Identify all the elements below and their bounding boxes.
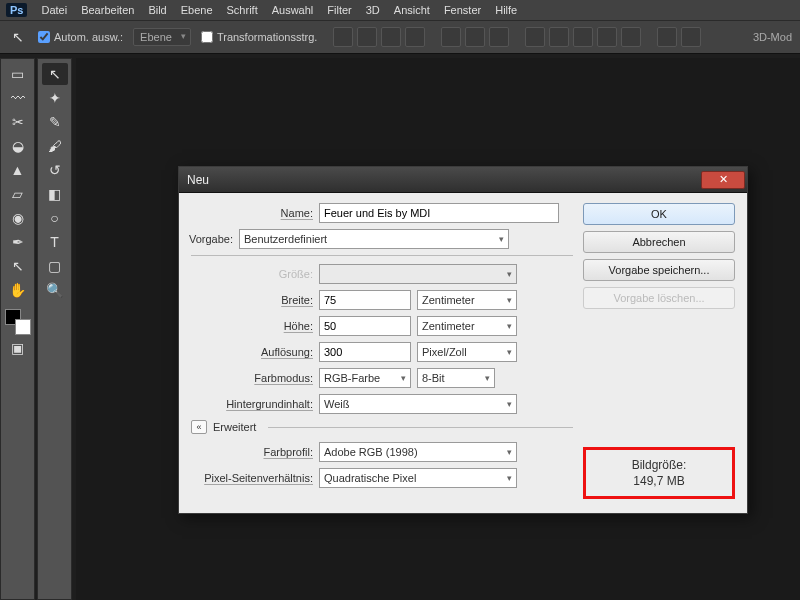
app-logo: Ps xyxy=(6,3,27,17)
distribute-icon[interactable] xyxy=(549,27,569,47)
auto-select-label: Autom. ausw.: xyxy=(54,31,123,43)
menu-3d[interactable]: 3D xyxy=(366,4,380,16)
dialog-fields: Name: Vorgabe: Benutzerdefiniert Größe: … xyxy=(191,203,573,499)
name-label: Name: xyxy=(191,207,313,219)
resolution-unit-dropdown[interactable]: Pixel/Zoll xyxy=(417,342,517,362)
misc-icon[interactable] xyxy=(681,27,701,47)
eyedropper-tool-icon[interactable]: ✎ xyxy=(42,111,68,133)
menu-auswahl[interactable]: Auswahl xyxy=(272,4,314,16)
new-document-dialog: Neu ✕ Name: Vorgabe: Benutzerdefiniert G… xyxy=(178,166,748,514)
width-input[interactable] xyxy=(319,290,411,310)
auto-select-target-dropdown[interactable]: Ebene xyxy=(133,28,191,46)
align-group-1 xyxy=(333,27,425,47)
resolution-label: Auflösung: xyxy=(191,346,313,358)
align-icon[interactable] xyxy=(333,27,353,47)
dialog-buttons: OK Abbrechen Vorgabe speichern... Vorgab… xyxy=(583,203,735,499)
menu-datei[interactable]: Datei xyxy=(41,4,67,16)
menu-hilfe[interactable]: Hilfe xyxy=(495,4,517,16)
width-unit-dropdown[interactable]: Zentimeter xyxy=(417,290,517,310)
name-input[interactable] xyxy=(319,203,559,223)
align-icon[interactable] xyxy=(465,27,485,47)
eraser-tool-icon[interactable]: ▱ xyxy=(5,183,31,205)
delete-preset-button: Vorgabe löschen... xyxy=(583,287,735,309)
background-label: Hintergrundinhalt: xyxy=(191,398,313,410)
image-size-label: Bildgröße: xyxy=(596,458,722,472)
move-tool-icon: ↖ xyxy=(8,27,28,47)
menu-ebene[interactable]: Ebene xyxy=(181,4,213,16)
stamp-tool-icon[interactable]: ▲ xyxy=(5,159,31,181)
chevron-up-icon: « xyxy=(191,420,207,434)
path-select-tool-icon[interactable]: ↖ xyxy=(5,255,31,277)
misc-icon[interactable] xyxy=(657,27,677,47)
preset-dropdown[interactable]: Benutzerdefiniert xyxy=(239,229,509,249)
color-swatches[interactable] xyxy=(5,309,31,335)
dialog-close-button[interactable]: ✕ xyxy=(701,171,745,189)
lasso-tool-icon[interactable]: 〰 xyxy=(5,87,31,109)
image-size-box: Bildgröße: 149,7 MB xyxy=(583,447,735,499)
type-tool-icon[interactable]: T xyxy=(42,231,68,253)
pixelaspect-label: Pixel-Seitenverhältnis: xyxy=(191,472,313,484)
blur-tool-icon[interactable]: ◉ xyxy=(5,207,31,229)
quick-mask-icon[interactable]: ▣ xyxy=(5,337,31,359)
align-icon[interactable] xyxy=(381,27,401,47)
cancel-button[interactable]: Abbrechen xyxy=(583,231,735,253)
3d-mode-label: 3D-Mod xyxy=(753,31,792,43)
ok-button[interactable]: OK xyxy=(583,203,735,225)
colormode-label: Farbmodus: xyxy=(191,372,313,384)
menu-bearbeiten[interactable]: Bearbeiten xyxy=(81,4,134,16)
image-size-value: 149,7 MB xyxy=(596,474,722,488)
colormode-dropdown[interactable]: RGB-Farbe xyxy=(319,368,411,388)
transform-controls-label: Transformationsstrg. xyxy=(217,31,317,43)
tools-panel: ▭ 〰 ✂ ◒ ▲ ▱ ◉ ✒ ↖ ✋ ▣ ↖ ✦ ✎ 🖌 ↺ ◧ ○ T ▢ … xyxy=(0,58,74,600)
brush-tool-icon[interactable]: 🖌 xyxy=(42,135,68,157)
advanced-toggle[interactable]: « Erweitert xyxy=(191,420,573,434)
dialog-title: Neu xyxy=(187,173,209,187)
hand-tool-icon[interactable]: ✋ xyxy=(5,279,31,301)
magic-wand-tool-icon[interactable]: ✦ xyxy=(42,87,68,109)
colorprofile-label: Farbprofil: xyxy=(191,446,313,458)
transform-controls-checkbox[interactable]: Transformationsstrg. xyxy=(201,31,317,43)
distribute-icon[interactable] xyxy=(573,27,593,47)
align-icon[interactable] xyxy=(489,27,509,47)
background-dropdown[interactable]: Weiß xyxy=(319,394,517,414)
auto-select-checkbox[interactable]: Autom. ausw.: xyxy=(38,31,123,43)
spot-heal-tool-icon[interactable]: ◒ xyxy=(5,135,31,157)
size-label: Größe: xyxy=(191,268,313,280)
distribute-icon[interactable] xyxy=(597,27,617,47)
gradient-tool-icon[interactable]: ◧ xyxy=(42,183,68,205)
menu-ansicht[interactable]: Ansicht xyxy=(394,4,430,16)
height-input[interactable] xyxy=(319,316,411,336)
menu-filter[interactable]: Filter xyxy=(327,4,351,16)
distribute-group xyxy=(525,27,641,47)
menu-bild[interactable]: Bild xyxy=(148,4,166,16)
align-icon[interactable] xyxy=(357,27,377,47)
align-group-2 xyxy=(441,27,509,47)
move-tool-icon[interactable]: ↖ xyxy=(42,63,68,85)
crop-tool-icon[interactable]: ✂ xyxy=(5,111,31,133)
save-preset-button[interactable]: Vorgabe speichern... xyxy=(583,259,735,281)
align-icon[interactable] xyxy=(405,27,425,47)
marquee-tool-icon[interactable]: ▭ xyxy=(5,63,31,85)
zoom-tool-icon[interactable]: 🔍 xyxy=(42,279,68,301)
options-bar: ↖ Autom. ausw.: Ebene Transformationsstr… xyxy=(0,20,800,54)
menu-fenster[interactable]: Fenster xyxy=(444,4,481,16)
align-icon[interactable] xyxy=(441,27,461,47)
background-swatch[interactable] xyxy=(15,319,31,335)
height-unit-dropdown[interactable]: Zentimeter xyxy=(417,316,517,336)
preset-label: Vorgabe: xyxy=(151,233,233,245)
bitdepth-dropdown[interactable]: 8-Bit xyxy=(417,368,495,388)
menu-schrift[interactable]: Schrift xyxy=(227,4,258,16)
advanced-label: Erweitert xyxy=(213,421,256,433)
pen-tool-icon[interactable]: ✒ xyxy=(5,231,31,253)
dodge-tool-icon[interactable]: ○ xyxy=(42,207,68,229)
shape-tool-icon[interactable]: ▢ xyxy=(42,255,68,277)
dialog-titlebar[interactable]: Neu ✕ xyxy=(179,167,747,193)
size-dropdown xyxy=(319,264,517,284)
colorprofile-dropdown[interactable]: Adobe RGB (1998) xyxy=(319,442,517,462)
distribute-icon[interactable] xyxy=(525,27,545,47)
height-label: Höhe: xyxy=(191,320,313,332)
pixelaspect-dropdown[interactable]: Quadratische Pixel xyxy=(319,468,517,488)
history-brush-tool-icon[interactable]: ↺ xyxy=(42,159,68,181)
resolution-input[interactable] xyxy=(319,342,411,362)
distribute-icon[interactable] xyxy=(621,27,641,47)
